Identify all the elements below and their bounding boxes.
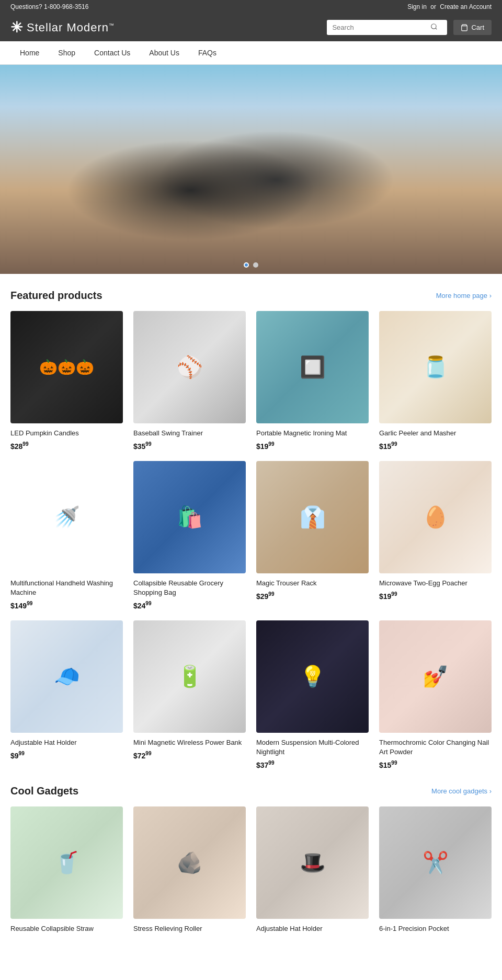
product-price-6: $2499 [133,601,246,610]
cart-label: Cart [471,24,484,31]
product-image-2 [133,311,246,423]
account-links: Sign in or Create an Account [407,3,492,10]
hero-banner[interactable] [0,65,502,274]
product-card-2[interactable]: Baseball Swing Trainer $3599 [133,311,246,451]
product-card-1[interactable]: LED Pumpkin Candles $2899 [10,311,123,451]
product-image-4 [379,311,492,423]
nav-home[interactable]: Home [10,41,49,64]
product-image-11 [256,620,369,733]
product-name-6: Collapsible Reusable Grocery Shopping Ba… [133,579,246,597]
product-price-9: $999 [10,751,123,760]
product-image-9 [10,620,123,733]
gadget-name-3: Adjustable Hat Holder [256,924,369,933]
product-image-1 [10,311,123,423]
cool-gadgets-section: Cool Gadgets More cool gadgets › Reusabl… [10,785,492,937]
logo-text: Stellar Modern™ [27,21,115,34]
cool-gadgets-grid: Reusable Collapsible Straw Stress Reliev… [10,806,492,937]
product-price-5: $14999 [10,601,123,610]
product-price-8: $1999 [379,591,492,601]
gadget-name-2: Stress Relieving Roller [133,924,246,933]
featured-products-title: Featured products [10,290,102,302]
product-image-5 [10,461,123,573]
svg-point-0 [431,24,436,29]
cool-gadgets-header: Cool Gadgets More cool gadgets › [10,785,492,797]
product-card-7[interactable]: Magic Trouser Rack $2999 [256,461,369,610]
nav-contact[interactable]: Contact Us [85,41,140,64]
search-button[interactable] [426,20,442,35]
main-nav: Home Shop Contact Us About Us FAQs [0,41,502,65]
product-name-8: Microwave Two-Egg Poacher [379,579,492,588]
hero-dot-1[interactable] [244,262,249,268]
create-account-link[interactable]: Create an Account [440,3,492,10]
search-box [327,20,447,35]
hero-image [0,65,502,274]
product-card-5[interactable]: Multifunctional Handheld Washing Machine… [10,461,123,610]
product-price-4: $1599 [379,441,492,451]
product-name-4: Garlic Peeler and Masher [379,429,492,438]
gadget-card-2[interactable]: Stress Relieving Roller [133,806,246,937]
or-separator: or [430,3,436,10]
cool-gadgets-title: Cool Gadgets [10,785,78,797]
logo-icon: ✳ [10,19,22,36]
hero-photo [0,65,502,274]
gadget-image-3 [256,806,369,919]
gadget-image-1 [10,806,123,919]
gadget-image-4 [379,806,492,919]
product-name-7: Magic Trouser Rack [256,579,369,588]
header-right: Cart [327,20,492,35]
product-name-5: Multifunctional Handheld Washing Machine [10,579,123,597]
gadget-name-1: Reusable Collapsible Straw [10,924,123,933]
featured-products-header: Featured products More home page › [10,290,492,302]
phone-number: Questions? 1-800-968-3516 [10,3,88,10]
product-name-1: LED Pumpkin Candles [10,429,123,438]
product-price-3: $1999 [256,441,369,451]
product-card-4[interactable]: Garlic Peeler and Masher $1599 [379,311,492,451]
product-card-10[interactable]: Mini Magnetic Wireless Power Bank $7299 [133,620,246,769]
product-card-6[interactable]: Collapsible Reusable Grocery Shopping Ba… [133,461,246,610]
nav-faqs[interactable]: FAQs [189,41,226,64]
product-price-1: $2899 [10,441,123,451]
product-image-10 [133,620,246,733]
hero-dot-2[interactable] [253,262,258,268]
nav-shop[interactable]: Shop [49,41,85,64]
product-card-3[interactable]: Portable Magnetic Ironing Mat $1999 [256,311,369,451]
header: ✳ Stellar Modern™ Cart [0,14,502,41]
product-name-12: Thermochromic Color Changing Nail Art Po… [379,738,492,757]
product-image-8 [379,461,492,573]
cart-button[interactable]: Cart [453,20,492,35]
gadget-card-1[interactable]: Reusable Collapsible Straw [10,806,123,937]
nav-about[interactable]: About Us [140,41,189,64]
search-input[interactable] [327,20,426,34]
product-price-12: $1599 [379,760,492,769]
product-image-12 [379,620,492,733]
gadget-image-2 [133,806,246,919]
svg-line-1 [436,28,437,30]
product-name-2: Baseball Swing Trainer [133,429,246,438]
product-image-6 [133,461,246,573]
product-image-3 [256,311,369,423]
cart-icon [461,24,468,31]
product-card-11[interactable]: Modern Suspension Multi-Colored Nightlig… [256,620,369,769]
product-image-7 [256,461,369,573]
product-name-9: Adjustable Hat Holder [10,738,123,747]
product-card-9[interactable]: Adjustable Hat Holder $999 [10,620,123,769]
product-card-12[interactable]: Thermochromic Color Changing Nail Art Po… [379,620,492,769]
top-bar: Questions? 1-800-968-3516 Sign in or Cre… [0,0,502,14]
cool-gadgets-link[interactable]: More cool gadgets › [431,787,492,795]
main-content: Featured products More home page › LED P… [0,274,502,952]
product-price-10: $7299 [133,751,246,760]
product-name-3: Portable Magnetic Ironing Mat [256,429,369,438]
product-card-8[interactable]: Microwave Two-Egg Poacher $1999 [379,461,492,610]
product-price-2: $3599 [133,441,246,451]
product-price-7: $2999 [256,591,369,601]
gadget-name-4: 6-in-1 Precision Pocket [379,924,492,933]
featured-products-link[interactable]: More home page › [436,292,492,299]
gadget-card-3[interactable]: Adjustable Hat Holder [256,806,369,937]
gadget-card-4[interactable]: 6-in-1 Precision Pocket [379,806,492,937]
product-name-10: Mini Magnetic Wireless Power Bank [133,738,246,747]
hero-dots [244,262,258,268]
product-price-11: $3799 [256,760,369,769]
featured-products-grid: LED Pumpkin Candles $2899 Baseball Swing… [10,311,492,769]
logo[interactable]: ✳ Stellar Modern™ [10,19,115,36]
sign-in-link[interactable]: Sign in [407,3,427,10]
